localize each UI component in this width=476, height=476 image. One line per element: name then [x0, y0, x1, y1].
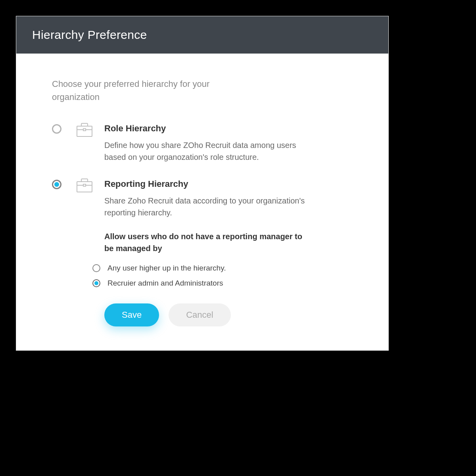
cancel-button[interactable]: Cancel	[169, 303, 230, 326]
option-role-title: Role Hierarchy	[104, 123, 361, 134]
option-role-hierarchy: Role Hierarchy Define how you share ZOho…	[52, 123, 361, 163]
svg-rect-2	[83, 129, 86, 131]
svg-rect-3	[77, 182, 92, 192]
option-reporting-hierarchy: Reporting Hierarchy Share Zoho Recruit d…	[52, 179, 361, 326]
dialog-body: Choose your preferred hierarchy for your…	[16, 54, 388, 350]
option-reporting-content: Reporting Hierarchy Share Zoho Recruit d…	[104, 179, 361, 326]
radio-any-user-higher[interactable]	[92, 264, 100, 272]
sub-option-label: Recruier admin and Administrators	[107, 279, 223, 288]
sub-heading: Allow users who do not have a reporting …	[104, 230, 311, 254]
radio-recruiter-admin[interactable]	[92, 279, 100, 287]
save-button[interactable]: Save	[104, 303, 159, 326]
option-role-desc: Define how you share ZOho Recruit data a…	[104, 139, 311, 163]
option-reporting-title: Reporting Hierarchy	[104, 179, 361, 189]
briefcase-icon	[77, 123, 92, 138]
dialog-intro: Choose your preferred hierarchy for your…	[52, 77, 234, 104]
hierarchy-preference-dialog: Hierarchy Preference Choose your preferr…	[16, 16, 389, 351]
option-role-content: Role Hierarchy Define how you share ZOho…	[104, 123, 361, 163]
radio-role-hierarchy[interactable]	[52, 124, 61, 134]
radio-reporting-hierarchy[interactable]	[52, 180, 61, 189]
dialog-header: Hierarchy Preference	[16, 16, 388, 54]
sub-option-recruiter-admin: Recruier admin and Administrators	[92, 279, 361, 288]
sub-option-any-user: Any user higher up in the hierarchy.	[92, 264, 361, 273]
option-reporting-desc: Share Zoho Recruit data according to you…	[104, 195, 311, 219]
button-row: Save Cancel	[104, 303, 361, 326]
svg-rect-5	[83, 184, 86, 186]
sub-option-label: Any user higher up in the hierarchy.	[107, 264, 226, 273]
briefcase-icon	[77, 178, 92, 194]
dialog-title: Hierarchy Preference	[32, 28, 372, 42]
svg-rect-0	[77, 126, 92, 136]
